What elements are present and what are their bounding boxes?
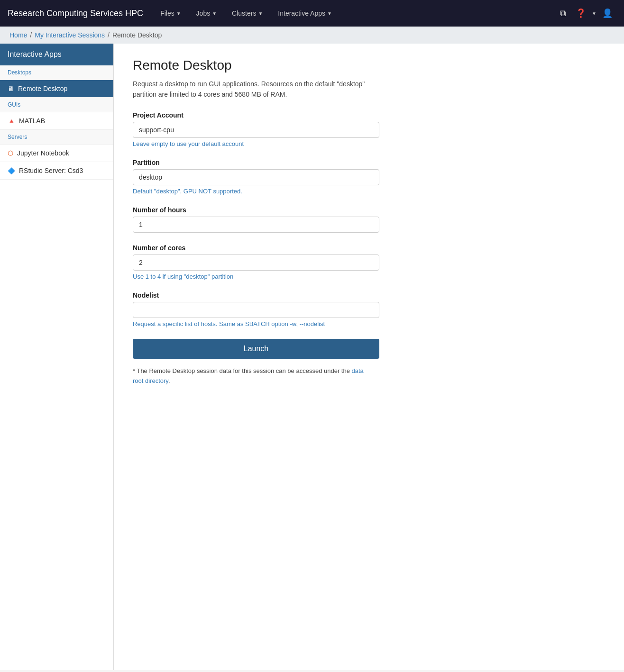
nav-jobs[interactable]: Jobs ▼ [191, 6, 222, 21]
sidebar-section-desktops: Desktops [0, 65, 113, 80]
main-layout: Interactive Apps Desktops Remote Desktop… [0, 44, 624, 670]
breadcrumb-sep-1: / [30, 31, 32, 39]
breadcrumb-sep-2: / [108, 31, 110, 39]
cores-input[interactable] [133, 254, 379, 271]
nodelist-group: Nodelist Request a specific list of host… [133, 291, 379, 327]
sidebar-item-remote-desktop-label: Remote Desktop [18, 85, 67, 92]
navbar-brand: Research Computing Services HPC [8, 9, 143, 18]
nav-files[interactable]: Files ▼ [155, 6, 186, 21]
navbar: Research Computing Services HPC Files ▼ … [0, 0, 624, 27]
project-account-hint: Leave empty to use your default account [133, 140, 379, 147]
copy-icon[interactable]: ⧉ [556, 5, 570, 22]
partition-group: Partition Default "desktop". GPU NOT sup… [133, 159, 379, 195]
partition-input[interactable] [133, 169, 379, 185]
project-account-input[interactable] [133, 122, 379, 138]
footer-note-before: * The Remote Desktop session data for th… [133, 367, 352, 374]
nav-interactive-apps[interactable]: Interactive Apps ▼ [272, 6, 338, 21]
clusters-caret-icon: ▼ [258, 11, 263, 16]
breadcrumb-home[interactable]: Home [9, 31, 27, 39]
help-icon[interactable]: ❓ [572, 4, 590, 22]
jobs-caret-icon: ▼ [212, 11, 217, 16]
partition-label: Partition [133, 159, 379, 166]
sidebar-item-matlab-label: MATLAB [19, 117, 45, 125]
sidebar-header: Interactive Apps [0, 44, 113, 65]
sidebar-item-jupyter[interactable]: Jupyter Notebook [0, 145, 113, 162]
cores-label: Number of cores [133, 244, 379, 252]
breadcrumb: Home / My Interactive Sessions / Remote … [0, 27, 624, 44]
nodelist-label: Nodelist [133, 291, 379, 299]
page-title: Remote Desktop [133, 58, 605, 73]
footer-note-after: . [168, 377, 170, 384]
hours-group: Number of hours [133, 206, 379, 233]
sidebar: Interactive Apps Desktops Remote Desktop… [0, 44, 114, 670]
hours-label: Number of hours [133, 206, 379, 214]
cores-group: Number of cores Use 1 to 4 if using "des… [133, 244, 379, 280]
footer-note: * The Remote Desktop session data for th… [133, 366, 370, 386]
page-description: Request a desktop to run GUI application… [133, 79, 370, 100]
monitor-icon [8, 85, 14, 92]
project-account-label: Project Account [133, 111, 379, 119]
sidebar-item-rstudio-label: RStudio Server: Csd3 [19, 167, 83, 174]
sidebar-section-servers: Servers [0, 130, 113, 145]
help-caret-icon: ▼ [592, 11, 596, 16]
sidebar-item-remote-desktop[interactable]: Remote Desktop [0, 80, 113, 98]
user-icon[interactable]: 👤 [598, 4, 616, 22]
sidebar-item-rstudio[interactable]: RStudio Server: Csd3 [0, 162, 113, 180]
launch-button[interactable]: Launch [133, 339, 379, 359]
nav-clusters[interactable]: Clusters ▼ [226, 6, 268, 21]
rstudio-icon [8, 167, 15, 174]
navbar-right: ⧉ ❓ ▼ 👤 [556, 4, 616, 22]
project-account-group: Project Account Leave empty to use your … [133, 111, 379, 147]
sidebar-item-jupyter-label: Jupyter Notebook [17, 149, 69, 157]
files-caret-icon: ▼ [176, 11, 181, 16]
matlab-icon [8, 117, 15, 125]
nodelist-input[interactable] [133, 302, 379, 318]
cores-hint: Use 1 to 4 if using "desktop" partition [133, 273, 379, 280]
jupyter-icon [8, 149, 13, 157]
sidebar-item-matlab[interactable]: MATLAB [0, 112, 113, 130]
nodelist-hint: Request a specific list of hosts. Same a… [133, 320, 379, 327]
breadcrumb-current: Remote Desktop [112, 31, 162, 39]
main-content: Remote Desktop Request a desktop to run … [114, 44, 624, 670]
partition-hint: Default "desktop". GPU NOT supported. [133, 188, 379, 195]
hours-input[interactable] [133, 217, 379, 233]
breadcrumb-sessions[interactable]: My Interactive Sessions [35, 31, 105, 39]
interactive-apps-caret-icon: ▼ [327, 11, 332, 16]
sidebar-section-guis: GUIs [0, 98, 113, 112]
